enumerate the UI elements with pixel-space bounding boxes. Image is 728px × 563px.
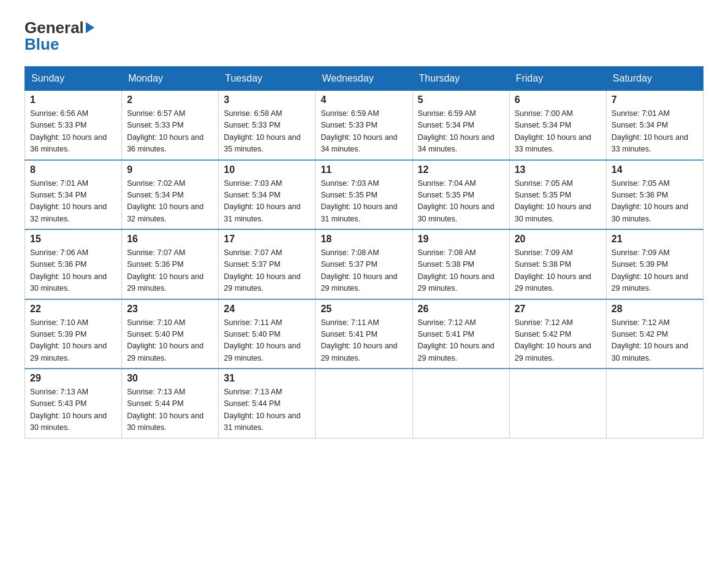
calendar-cell: 8Sunrise: 7:01 AMSunset: 5:34 PMDaylight… <box>25 160 122 230</box>
calendar-week-row: 15Sunrise: 7:06 AMSunset: 5:36 PMDayligh… <box>25 229 703 299</box>
day-info: Sunrise: 7:12 AMSunset: 5:42 PMDaylight:… <box>515 317 601 365</box>
calendar-cell: 4Sunrise: 6:59 AMSunset: 5:33 PMDaylight… <box>316 91 412 160</box>
day-info: Sunrise: 7:07 AMSunset: 5:37 PMDaylight:… <box>224 247 310 295</box>
calendar-cell: 1Sunrise: 6:56 AMSunset: 5:33 PMDaylight… <box>25 91 122 160</box>
day-number: 21 <box>612 234 698 245</box>
day-info: Sunrise: 7:07 AMSunset: 5:36 PMDaylight:… <box>127 247 213 295</box>
day-info: Sunrise: 7:05 AMSunset: 5:35 PMDaylight:… <box>515 178 601 226</box>
calendar-cell <box>316 369 412 438</box>
calendar-cell: 23Sunrise: 7:10 AMSunset: 5:40 PMDayligh… <box>122 299 219 369</box>
calendar-cell: 20Sunrise: 7:09 AMSunset: 5:38 PMDayligh… <box>509 229 606 299</box>
day-number: 17 <box>224 234 310 245</box>
day-number: 6 <box>515 94 601 105</box>
day-number: 20 <box>515 234 601 245</box>
day-info: Sunrise: 7:08 AMSunset: 5:37 PMDaylight:… <box>320 247 407 295</box>
day-info: Sunrise: 7:03 AMSunset: 5:35 PMDaylight:… <box>320 178 407 226</box>
calendar-cell: 5Sunrise: 6:59 AMSunset: 5:34 PMDaylight… <box>412 91 509 160</box>
calendar-cell: 30Sunrise: 7:13 AMSunset: 5:44 PMDayligh… <box>122 369 219 438</box>
day-number: 30 <box>127 373 213 384</box>
calendar-cell: 29Sunrise: 7:13 AMSunset: 5:43 PMDayligh… <box>25 369 122 438</box>
day-number: 8 <box>30 164 116 175</box>
day-info: Sunrise: 6:57 AMSunset: 5:33 PMDaylight:… <box>127 108 213 156</box>
day-info: Sunrise: 7:10 AMSunset: 5:39 PMDaylight:… <box>30 317 116 365</box>
day-number: 3 <box>224 94 310 105</box>
calendar-cell <box>412 369 509 438</box>
calendar-cell: 19Sunrise: 7:08 AMSunset: 5:38 PMDayligh… <box>412 229 509 299</box>
calendar-cell: 14Sunrise: 7:05 AMSunset: 5:36 PMDayligh… <box>606 160 703 230</box>
calendar-cell: 10Sunrise: 7:03 AMSunset: 5:34 PMDayligh… <box>219 160 316 230</box>
day-info: Sunrise: 7:03 AMSunset: 5:34 PMDaylight:… <box>224 178 310 226</box>
day-number: 29 <box>30 373 116 384</box>
calendar-cell: 7Sunrise: 7:01 AMSunset: 5:34 PMDaylight… <box>606 91 703 160</box>
day-number: 7 <box>612 94 698 105</box>
calendar-cell: 3Sunrise: 6:58 AMSunset: 5:33 PMDaylight… <box>219 91 316 160</box>
day-number: 5 <box>418 94 504 105</box>
day-info: Sunrise: 7:10 AMSunset: 5:40 PMDaylight:… <box>127 317 213 365</box>
day-info: Sunrise: 7:11 AMSunset: 5:40 PMDaylight:… <box>224 317 310 365</box>
calendar-week-row: 1Sunrise: 6:56 AMSunset: 5:33 PMDaylight… <box>25 91 703 160</box>
calendar-cell: 16Sunrise: 7:07 AMSunset: 5:36 PMDayligh… <box>122 229 219 299</box>
calendar-cell: 22Sunrise: 7:10 AMSunset: 5:39 PMDayligh… <box>25 299 122 369</box>
day-info: Sunrise: 7:01 AMSunset: 5:34 PMDaylight:… <box>612 108 698 156</box>
calendar-cell: 31Sunrise: 7:13 AMSunset: 5:44 PMDayligh… <box>219 369 316 438</box>
page-header: General Blue <box>25 18 703 54</box>
day-info: Sunrise: 7:13 AMSunset: 5:44 PMDaylight:… <box>127 386 213 434</box>
column-header-wednesday: Wednesday <box>316 67 412 91</box>
day-number: 15 <box>30 234 116 245</box>
calendar-cell: 6Sunrise: 7:00 AMSunset: 5:34 PMDaylight… <box>509 91 606 160</box>
calendar-cell: 2Sunrise: 6:57 AMSunset: 5:33 PMDaylight… <box>122 91 219 160</box>
day-number: 28 <box>612 304 698 315</box>
calendar-week-row: 29Sunrise: 7:13 AMSunset: 5:43 PMDayligh… <box>25 369 703 438</box>
day-info: Sunrise: 7:01 AMSunset: 5:34 PMDaylight:… <box>30 178 116 226</box>
calendar-cell: 11Sunrise: 7:03 AMSunset: 5:35 PMDayligh… <box>316 160 412 230</box>
calendar-cell: 13Sunrise: 7:05 AMSunset: 5:35 PMDayligh… <box>509 160 606 230</box>
calendar-cell: 24Sunrise: 7:11 AMSunset: 5:40 PMDayligh… <box>219 299 316 369</box>
day-number: 1 <box>30 94 116 105</box>
day-info: Sunrise: 7:04 AMSunset: 5:35 PMDaylight:… <box>418 178 504 226</box>
day-number: 24 <box>224 304 310 315</box>
calendar-cell: 18Sunrise: 7:08 AMSunset: 5:37 PMDayligh… <box>316 229 412 299</box>
calendar-cell: 26Sunrise: 7:12 AMSunset: 5:41 PMDayligh… <box>412 299 509 369</box>
day-info: Sunrise: 6:56 AMSunset: 5:33 PMDaylight:… <box>30 108 116 156</box>
calendar-cell: 21Sunrise: 7:09 AMSunset: 5:39 PMDayligh… <box>606 229 703 299</box>
day-info: Sunrise: 6:58 AMSunset: 5:33 PMDaylight:… <box>224 108 310 156</box>
day-info: Sunrise: 7:13 AMSunset: 5:44 PMDaylight:… <box>224 386 310 434</box>
day-number: 22 <box>30 304 116 315</box>
calendar-week-row: 8Sunrise: 7:01 AMSunset: 5:34 PMDaylight… <box>25 160 703 230</box>
day-number: 31 <box>224 373 310 384</box>
calendar-table: SundayMondayTuesdayWednesdayThursdayFrid… <box>25 66 703 439</box>
day-info: Sunrise: 7:06 AMSunset: 5:36 PMDaylight:… <box>30 247 116 295</box>
column-header-tuesday: Tuesday <box>219 67 316 91</box>
day-info: Sunrise: 7:05 AMSunset: 5:36 PMDaylight:… <box>612 178 698 226</box>
day-number: 2 <box>127 94 213 105</box>
calendar-week-row: 22Sunrise: 7:10 AMSunset: 5:39 PMDayligh… <box>25 299 703 369</box>
column-header-sunday: Sunday <box>25 67 122 91</box>
day-info: Sunrise: 6:59 AMSunset: 5:34 PMDaylight:… <box>418 108 504 156</box>
day-number: 14 <box>612 164 698 175</box>
day-info: Sunrise: 7:13 AMSunset: 5:43 PMDaylight:… <box>30 386 116 434</box>
day-info: Sunrise: 7:09 AMSunset: 5:38 PMDaylight:… <box>515 247 601 295</box>
day-number: 13 <box>515 164 601 175</box>
day-number: 19 <box>418 234 504 245</box>
calendar-cell: 12Sunrise: 7:04 AMSunset: 5:35 PMDayligh… <box>412 160 509 230</box>
logo: General Blue <box>25 18 96 54</box>
day-number: 27 <box>515 304 601 315</box>
calendar-cell: 28Sunrise: 7:12 AMSunset: 5:42 PMDayligh… <box>606 299 703 369</box>
logo-blue-text: Blue <box>25 35 59 53</box>
calendar-cell: 9Sunrise: 7:02 AMSunset: 5:34 PMDaylight… <box>122 160 219 230</box>
calendar-header-row: SundayMondayTuesdayWednesdayThursdayFrid… <box>25 67 703 91</box>
column-header-thursday: Thursday <box>412 67 509 91</box>
day-number: 12 <box>418 164 504 175</box>
day-number: 26 <box>418 304 504 315</box>
day-number: 16 <box>127 234 213 245</box>
day-info: Sunrise: 7:11 AMSunset: 5:41 PMDaylight:… <box>320 317 407 365</box>
column-header-monday: Monday <box>122 67 219 91</box>
calendar-cell: 17Sunrise: 7:07 AMSunset: 5:37 PMDayligh… <box>219 229 316 299</box>
day-info: Sunrise: 7:00 AMSunset: 5:34 PMDaylight:… <box>515 108 601 156</box>
calendar-cell <box>509 369 606 438</box>
day-number: 4 <box>320 94 407 105</box>
calendar-cell: 27Sunrise: 7:12 AMSunset: 5:42 PMDayligh… <box>509 299 606 369</box>
day-number: 10 <box>224 164 310 175</box>
day-info: Sunrise: 7:12 AMSunset: 5:42 PMDaylight:… <box>612 317 698 365</box>
day-number: 9 <box>127 164 213 175</box>
